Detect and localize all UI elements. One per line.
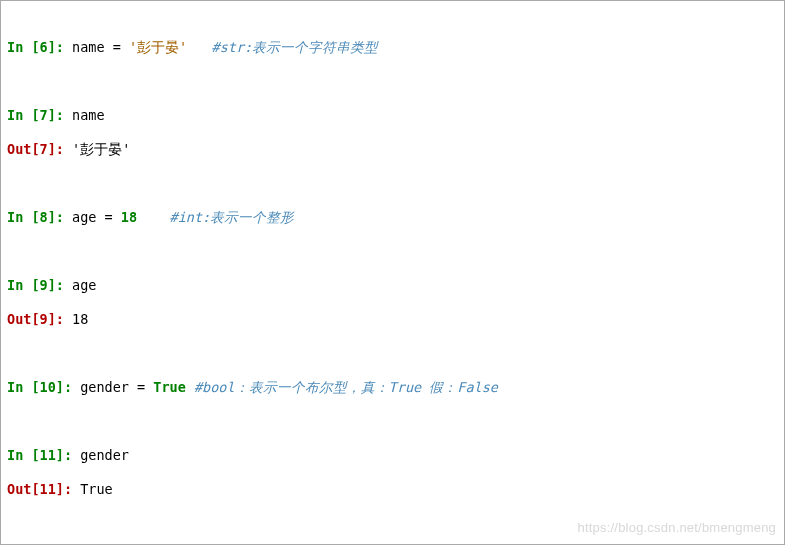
in-line-10: In [10]: gender = True #bool：表示一个布尔型，真：T… [7, 379, 778, 396]
out-prompt: Out[7]: [7, 141, 72, 157]
out-value: '彭于晏' [72, 141, 130, 157]
out-value: 18 [72, 311, 88, 327]
ipython-terminal[interactable]: In [6]: name = '彭于晏' #str:表示一个字符串类型 In [… [0, 0, 785, 545]
in-line-6: In [6]: name = '彭于晏' #str:表示一个字符串类型 [7, 39, 778, 56]
out-line-9: Out[9]: 18 [7, 311, 778, 328]
in-line-11: In [11]: gender [7, 447, 778, 464]
out-value: True [80, 481, 113, 497]
blank-line [7, 413, 778, 430]
code: age = [72, 209, 121, 225]
in-prompt: In [8]: [7, 209, 72, 225]
string-literal: '彭于晏' [129, 39, 187, 55]
code: name [72, 107, 105, 123]
out-prompt: Out[11]: [7, 481, 80, 497]
blank-line [7, 243, 778, 260]
in-line-8: In [8]: age = 18 #int:表示一个整形 [7, 209, 778, 226]
in-prompt: In [11]: [7, 447, 80, 463]
bool-literal: True [153, 379, 186, 395]
in-prompt: In [6]: [7, 39, 72, 55]
blank-line [7, 73, 778, 90]
in-prompt: In [9]: [7, 277, 72, 293]
comment: #bool：表示一个布尔型，真：True 假：False [194, 379, 498, 395]
blank-line [7, 175, 778, 192]
blank-line [7, 345, 778, 362]
int-literal: 18 [121, 209, 137, 225]
in-prompt: In [7]: [7, 107, 72, 123]
out-line-11: Out[11]: True [7, 481, 778, 498]
code: gender [80, 447, 129, 463]
out-line-7: Out[7]: '彭于晏' [7, 141, 778, 158]
watermark-text: https://blog.csdn.net/bmengmeng [578, 519, 776, 536]
in-prompt: In [10]: [7, 379, 80, 395]
in-line-7: In [7]: name [7, 107, 778, 124]
code: name = [72, 39, 129, 55]
out-prompt: Out[9]: [7, 311, 72, 327]
comment: #str:表示一个字符串类型 [212, 39, 379, 55]
in-line-9: In [9]: age [7, 277, 778, 294]
code: age [72, 277, 96, 293]
comment: #int:表示一个整形 [170, 209, 295, 225]
code: gender = [80, 379, 153, 395]
